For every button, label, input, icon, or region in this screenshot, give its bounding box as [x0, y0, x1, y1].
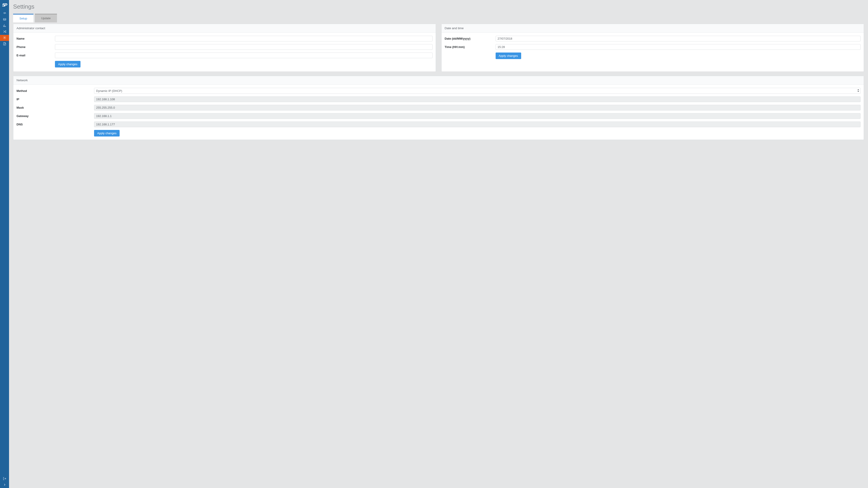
mask-input — [94, 105, 861, 111]
svg-point-2 — [4, 37, 5, 38]
sidebar-item-logout[interactable] — [0, 476, 9, 482]
panel-datetime: Date and time Date (dd/MM/yyyy) Time (HH… — [441, 24, 864, 72]
mask-label: Mask — [17, 106, 94, 109]
shuffle-icon — [3, 30, 6, 34]
logout-icon — [3, 477, 6, 481]
page-title: Settings — [13, 3, 864, 10]
apply-datetime-button[interactable]: Apply changes — [496, 53, 521, 59]
date-label: Date (dd/MM/yyyy) — [445, 37, 496, 40]
email-input[interactable] — [55, 53, 433, 58]
tabs: Setup Update — [13, 14, 864, 22]
sidebar-item-expand[interactable] — [0, 482, 9, 488]
sidebar-nav — [0, 10, 9, 47]
file-icon — [3, 42, 6, 46]
ip-label: IP — [17, 97, 94, 101]
email-label: E-mail — [17, 54, 55, 57]
sidebar-bottom — [0, 476, 9, 488]
time-label: Time (HH:mm) — [445, 45, 496, 49]
gateway-label: Gateway — [17, 114, 94, 118]
inbox-icon — [3, 18, 6, 22]
chevron-right-icon — [3, 483, 6, 487]
sidebar-item-shuffle[interactable] — [0, 29, 9, 35]
panel-network: Network Method Dynamic IP (DHCP) IP — [13, 76, 864, 140]
gateway-input — [94, 113, 861, 119]
time-input[interactable] — [496, 44, 861, 50]
apply-admin-contact-button[interactable]: Apply changes — [55, 61, 81, 67]
main-content: Settings Setup Update Administrator cont… — [9, 0, 868, 488]
sidebar-item-dashboard[interactable] — [0, 10, 9, 17]
method-select[interactable]: Dynamic IP (DHCP) — [94, 88, 861, 94]
sidebar-item-analytics[interactable] — [0, 23, 9, 29]
panel-admin-contact-header: Administrator contact — [13, 24, 436, 33]
gear-icon — [3, 36, 6, 40]
tab-setup[interactable]: Setup — [13, 14, 33, 22]
panel-datetime-header: Date and time — [441, 24, 864, 33]
panel-admin-contact: Administrator contact Name Phone E-mail — [13, 24, 436, 72]
panel-network-header: Network — [13, 76, 864, 85]
dns-label: DNS — [17, 123, 94, 126]
sidebar-item-inbox[interactable] — [0, 17, 9, 23]
phone-label: Phone — [17, 45, 55, 49]
dns-input — [94, 121, 861, 127]
sidebar-item-docs[interactable] — [0, 41, 9, 47]
method-label: Method — [17, 89, 94, 93]
apply-network-button[interactable]: Apply changes — [94, 130, 120, 137]
date-input[interactable] — [496, 36, 861, 41]
phone-input[interactable] — [55, 44, 433, 50]
sidebar-item-settings[interactable] — [0, 35, 9, 41]
tab-update[interactable]: Update — [35, 14, 57, 22]
sidebar: 5P — [0, 0, 9, 488]
gauge-icon — [3, 11, 6, 16]
name-input[interactable] — [55, 36, 433, 41]
name-label: Name — [17, 37, 55, 40]
app-logo: 5P — [0, 0, 9, 9]
bar-chart-icon — [3, 24, 6, 28]
ip-input — [94, 96, 861, 102]
